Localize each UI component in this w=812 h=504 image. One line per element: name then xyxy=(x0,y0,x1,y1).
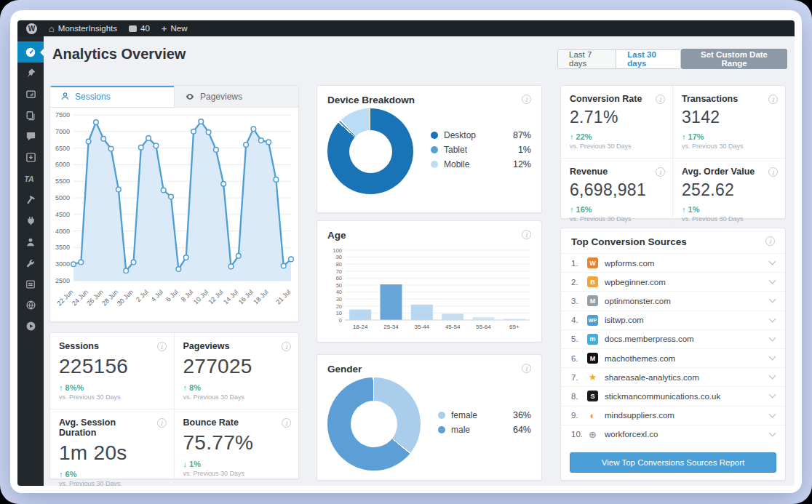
trend-up-arrow-icon: ↑ xyxy=(570,132,574,141)
age-card: Age i 010203040506070809010018-2425-3435… xyxy=(317,220,542,343)
source-row-machothemes.com[interactable]: 6.Mmachothemes.com xyxy=(561,348,785,367)
source-row-mindsuppliers.com[interactable]: 9.◐mindsuppliers.com xyxy=(561,406,785,425)
metric-trend: ↑ 6% xyxy=(59,470,165,479)
svg-text:6000: 6000 xyxy=(55,161,70,168)
chevron-down-icon[interactable] xyxy=(769,334,776,341)
source-domain: optinmonster.com xyxy=(605,297,770,305)
chevron-down-icon[interactable] xyxy=(769,391,776,399)
info-icon[interactable]: i xyxy=(522,230,531,239)
chevron-down-icon[interactable] xyxy=(769,372,776,380)
metric-card-pageviews: Pageviewsi277025↑ 8%vs. Previous 30 Days xyxy=(175,333,299,409)
age-title: Age xyxy=(327,230,346,241)
sidebar-item-ta[interactable]: TA xyxy=(17,168,44,189)
admin-bar-site[interactable]: ⌂ MonsterInsights xyxy=(49,24,117,33)
info-icon[interactable]: i xyxy=(768,167,778,177)
sidebar-item-posts-pin[interactable] xyxy=(17,63,44,84)
legend-value: 1% xyxy=(518,145,531,155)
info-icon[interactable]: i xyxy=(768,95,778,104)
last-7-days-button[interactable]: Last 7 days xyxy=(558,50,616,68)
metric-compare: vs. Previous 30 Days xyxy=(183,393,290,401)
svg-text:TA: TA xyxy=(24,174,33,183)
source-row-optinmonster.com[interactable]: 3.Moptinmonster.com xyxy=(561,291,785,310)
sidebar-item-plugins[interactable] xyxy=(17,210,44,231)
sidebar-item-pages[interactable] xyxy=(17,105,44,126)
svg-text:4000: 4000 xyxy=(55,228,70,235)
info-icon[interactable]: i xyxy=(282,342,291,351)
tab-sessions[interactable]: Sessions xyxy=(50,86,174,107)
svg-text:20: 20 xyxy=(336,303,342,310)
svg-text:40: 40 xyxy=(336,289,342,295)
metric-compare: vs. Previous 30 Days xyxy=(59,393,165,401)
device-legend: Desktop87%Tablet1%Mobile12% xyxy=(413,126,531,174)
metric-trend: ↑ 8%% xyxy=(59,383,165,392)
legend-label: female xyxy=(451,410,477,420)
chevron-down-icon[interactable] xyxy=(769,410,776,417)
chevron-down-icon[interactable] xyxy=(769,353,776,361)
info-icon[interactable]: i xyxy=(157,418,167,428)
source-row-workforcexl.co[interactable]: 10.⊕workforcexl.co xyxy=(561,425,785,444)
ta-icon: TA xyxy=(24,174,37,184)
sidebar-item-media[interactable] xyxy=(17,84,44,105)
info-icon[interactable]: i xyxy=(765,236,775,246)
sidebar-item-settings[interactable] xyxy=(17,273,44,295)
globe-icon xyxy=(25,300,36,311)
source-row-wpforms.com[interactable]: 1.Wwpforms.com xyxy=(561,253,785,272)
source-rank: 10. xyxy=(571,430,587,439)
sidebar-item-users[interactable] xyxy=(17,231,44,252)
sidebar-item-appearance[interactable] xyxy=(17,189,44,210)
tab-pageviews-label: Pageviews xyxy=(200,92,242,102)
info-icon[interactable]: i xyxy=(656,167,665,177)
metric-card-avg-session-duration: Avg. Session Durationi1m 20s↑ 6%vs. Prev… xyxy=(50,409,175,486)
admin-bar-new[interactable]: + New xyxy=(162,24,188,33)
metric-card-bounce-rate: Bounce Ratei75.77%↓ 1%vs. Previous 30 Da… xyxy=(175,409,299,486)
sidebar-item-video[interactable] xyxy=(17,316,44,337)
svg-text:24 Jun: 24 Jun xyxy=(71,288,89,307)
info-icon[interactable]: i xyxy=(282,418,291,428)
favicon-shareasale-analytics.com: ★ xyxy=(587,372,598,383)
svg-text:0: 0 xyxy=(339,317,342,324)
chevron-down-icon[interactable] xyxy=(769,277,776,284)
device-breakdown-title: Device Breakdown xyxy=(327,95,415,105)
info-icon[interactable]: i xyxy=(157,342,167,351)
svg-text:18 Jul: 18 Jul xyxy=(252,288,269,305)
svg-text:35-44: 35-44 xyxy=(415,324,430,330)
trend-down-arrow-icon: ↓ xyxy=(183,460,188,468)
metric-value: 3142 xyxy=(682,108,776,127)
admin-bar-comments[interactable]: 40 xyxy=(129,24,150,33)
source-row-docs.memberpress.com[interactable]: 5.mdocs.memberpress.com xyxy=(561,329,785,348)
legend-value: 87% xyxy=(513,130,531,140)
svg-text:55-64: 55-64 xyxy=(476,324,491,330)
source-row-stickmancommunications.co.uk[interactable]: 8.Sstickmancommunications.co.uk xyxy=(561,386,785,405)
legend-value: 64% xyxy=(513,425,531,435)
info-icon[interactable]: i xyxy=(522,95,531,104)
source-row-isitwp.com[interactable]: 4.WPisitwp.com xyxy=(561,311,785,329)
set-custom-date-range-button[interactable]: Set Custom Date Range xyxy=(681,49,787,69)
source-row-shareasale-analytics.com[interactable]: 7.★shareasale-analytics.com xyxy=(561,367,785,386)
last-30-days-button[interactable]: Last 30 days xyxy=(616,50,680,68)
metric-label: Revenue xyxy=(570,167,664,177)
info-icon[interactable]: i xyxy=(522,364,531,373)
chevron-down-icon[interactable] xyxy=(769,429,776,436)
source-row-wpbeginner.com[interactable]: 2.Bwpbeginner.com xyxy=(561,272,785,291)
sidebar-item-comments[interactable] xyxy=(17,126,44,147)
view-top-conversions-report-button[interactable]: View Top Conversions Sources Report xyxy=(570,452,776,473)
sidebar-item-network[interactable] xyxy=(17,295,44,316)
sidebar-item-tools[interactable] xyxy=(17,252,44,273)
svg-text:50: 50 xyxy=(336,282,342,289)
tab-pageviews[interactable]: Pageviews xyxy=(174,86,298,107)
sidebar-item-monsterinsights[interactable] xyxy=(17,41,44,63)
wordpress-logo-icon[interactable]: W xyxy=(26,23,37,34)
chevron-down-icon[interactable] xyxy=(769,296,776,303)
plus-icon: + xyxy=(162,24,167,33)
info-icon[interactable]: i xyxy=(656,95,665,104)
source-domain: wpbeginner.com xyxy=(605,278,770,287)
app-window: W ⌂ MonsterInsights 40 + New TA Analytic… xyxy=(10,10,802,493)
svg-text:4500: 4500 xyxy=(55,211,70,218)
sessions-line-chart: 2500300035004000450050005500600065007000… xyxy=(50,108,298,323)
legend-item-desktop: Desktop87% xyxy=(431,130,531,140)
chevron-down-icon[interactable] xyxy=(769,258,776,265)
chevron-down-icon[interactable] xyxy=(769,315,776,322)
metric-card-transactions: Transactionsi3142↑ 17%vs. Previous 30 Da… xyxy=(673,86,785,159)
metric-label: Transactions xyxy=(682,94,776,104)
sidebar-item-downloads[interactable] xyxy=(17,147,44,168)
